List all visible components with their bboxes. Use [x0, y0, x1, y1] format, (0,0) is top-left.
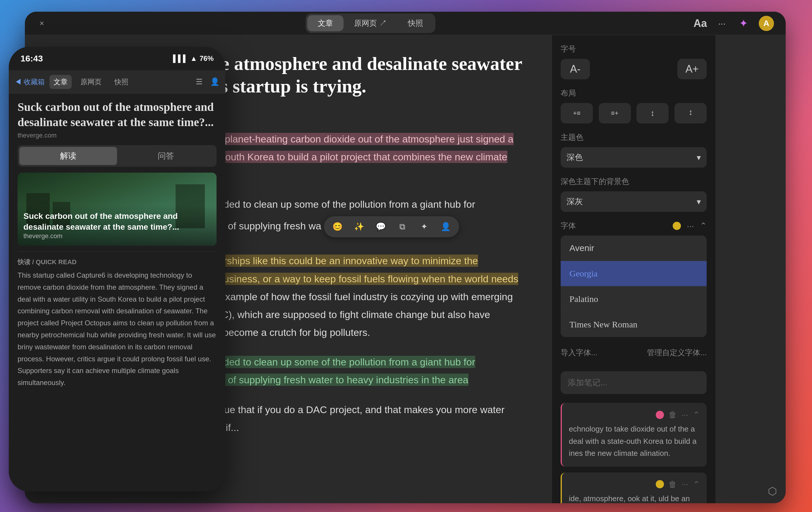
tab-snapshot[interactable]: 快照: [397, 15, 434, 31]
theme-chevron-icon: ▾: [697, 153, 701, 162]
phone-tab-wenda[interactable]: 问答: [117, 147, 215, 165]
phone-nav-snapshot[interactable]: 快照: [110, 75, 133, 89]
phone-content: Suck carbon out of the atmosphere and de…: [9, 94, 225, 491]
person-icon[interactable]: 👤: [439, 220, 452, 233]
dark-bg-value: 深灰: [567, 196, 583, 207]
font-import-button[interactable]: 导入字体...: [561, 348, 598, 358]
note-delete-icon-1[interactable]: 🗑: [669, 410, 677, 420]
phone-tab-jiedu[interactable]: 解读: [19, 147, 117, 165]
avatar[interactable]: A: [759, 16, 774, 31]
font-share-icon[interactable]: ⌃: [700, 221, 707, 231]
phone-frame: 16:43 ▌▌▌ ▲ 76% ◀ 收藏箱 文章 原网页 快照 ☰ 👤 Suck…: [9, 47, 225, 491]
topbar-tabs: 文章 原网页 ↗ 快照: [306, 13, 435, 33]
comment-icon[interactable]: 💬: [374, 220, 387, 233]
phone-article-title: Suck carbon out of the atmosphere and de…: [18, 99, 216, 130]
phone-screen: 16:43 ▌▌▌ ▲ 76% ◀ 收藏箱 文章 原网页 快照 ☰ 👤 Suck…: [9, 47, 225, 491]
font-manage-button[interactable]: 管理自定义字体...: [647, 348, 707, 358]
right-sidebar: 字号 A- A+ 布局 +≡ ≡+ ↕ ↕: [552, 35, 716, 503]
selection-toolbar: 😊 ✨ 💬 ⧉ ✦ 👤: [324, 216, 459, 237]
phone-image-overlay: Suck carbon out of the atmosphere and de…: [18, 205, 216, 246]
wifi-icon: ▲: [190, 54, 197, 63]
layout-top-button[interactable]: ↕: [636, 103, 669, 123]
phone-tabs: 解读 问答: [18, 145, 216, 167]
layout-label: 布局: [561, 88, 707, 98]
phone-statusbar: 16:43 ▌▌▌ ▲ 76%: [9, 47, 225, 70]
font-item-times-new-roman[interactable]: Times New Roman: [561, 312, 707, 337]
font-more-icon[interactable]: ···: [687, 221, 694, 231]
note-more-icon-1[interactable]: ···: [682, 410, 688, 420]
note-text-2: ide, atmosphere, ook at it, uld be an in…: [569, 493, 700, 503]
note-dot-pink: [656, 411, 664, 419]
phone-back-button[interactable]: ◀ 收藏箱: [14, 77, 45, 87]
font-section: 字体 ··· ⌃ Avenir Georgia Palatino Times N…: [561, 220, 707, 362]
phone-image-title: Suck carbon out of the atmosphere and de…: [23, 211, 211, 232]
phone-article-image: Suck carbon out of the atmosphere and de…: [18, 173, 216, 246]
font-size-controls: A- A+: [561, 59, 707, 79]
magic-button[interactable]: ✦: [737, 17, 750, 30]
font-label: 字体: [561, 220, 576, 231]
font-list: Avenir Georgia Palatino Times New Roman: [561, 236, 707, 337]
phone-nav-original[interactable]: 原网页: [76, 75, 106, 89]
phone-time: 16:43: [21, 54, 43, 63]
note-more-icon-2[interactable]: ···: [682, 480, 688, 489]
tab-article[interactable]: 文章: [307, 15, 344, 31]
theme-value: 深色: [567, 152, 583, 163]
note-dot-yellow: [656, 480, 664, 488]
font-increase-button[interactable]: A+: [677, 59, 707, 79]
emoji-icon[interactable]: 😊: [331, 220, 344, 233]
tab-original[interactable]: 原网页 ↗: [344, 15, 397, 31]
divider-1: [18, 251, 216, 252]
dark-bg-chevron-icon: ▾: [697, 197, 701, 207]
font-decrease-button[interactable]: A-: [561, 59, 590, 79]
tablet-topbar: × 文章 原网页 ↗ 快照 Aa ··· ✦ A: [25, 12, 786, 35]
dark-bg-select[interactable]: 深灰 ▾: [561, 191, 707, 212]
font-item-avenir[interactable]: Avenir: [561, 236, 707, 261]
layout-section: 布局 +≡ ≡+ ↕ ↕: [561, 88, 707, 123]
theme-section: 主题色 深色 ▾: [561, 132, 707, 168]
phone-image-source: theverge.com: [23, 232, 211, 240]
copy-icon[interactable]: ⧉: [396, 220, 409, 233]
battery-icon: 76%: [200, 54, 213, 63]
topbar-right: Aa ··· ✦ A: [694, 16, 774, 31]
font-color-dot-yellow: [673, 222, 681, 230]
signal-icon: ▌▌▌: [173, 54, 188, 63]
note-card-1-header: 🗑 ··· ⌃: [569, 410, 700, 420]
font-settings-button[interactable]: Aa: [694, 17, 707, 30]
layout-right-button[interactable]: ≡+: [599, 103, 631, 123]
magic-icon[interactable]: ✦: [417, 220, 430, 233]
note-text-1: echnology to take dioxide out of the a d…: [569, 423, 700, 460]
font-item-palatino[interactable]: Palatino: [561, 287, 707, 312]
phone-article-source: theverge.com: [18, 132, 216, 139]
font-size-label: 字号: [561, 44, 707, 54]
theme-label: 主题色: [561, 132, 707, 143]
close-button[interactable]: ×: [36, 18, 47, 29]
phone-nav-menu-icon[interactable]: ☰: [196, 77, 202, 86]
sparkle-icon[interactable]: ✨: [353, 220, 366, 233]
phone-nav-person-icon[interactable]: 👤: [210, 77, 220, 86]
dark-bg-section: 深色主题下的背景色 深灰 ▾: [561, 176, 707, 212]
note-card-2: 🗑 ··· ⌃ ide, atmosphere, ook at it, uld …: [561, 473, 707, 503]
phone-quick-read-text: This startup called Capture6 is developi…: [18, 269, 216, 389]
more-button[interactable]: ···: [716, 17, 728, 30]
font-import-section: 导入字体... 管理自定义字体...: [561, 343, 707, 362]
add-note-button[interactable]: 添加笔记...: [561, 371, 707, 394]
note-share-icon-1[interactable]: ⌃: [693, 410, 700, 420]
dark-bg-label: 深色主题下的背景色: [561, 176, 707, 187]
layout-bottom-button[interactable]: ↕: [674, 103, 707, 123]
note-share-icon-2[interactable]: ⌃: [693, 480, 700, 489]
topbar-left: ×: [36, 18, 47, 29]
theme-select[interactable]: 深色 ▾: [561, 147, 707, 168]
phone-nav-article[interactable]: 文章: [50, 75, 72, 89]
phone-status-icons: ▌▌▌ ▲ 76%: [173, 54, 213, 63]
layout-left-button[interactable]: +≡: [561, 103, 593, 123]
note-card-2-header: 🗑 ··· ⌃: [569, 480, 700, 489]
layout-controls: +≡ ≡+ ↕ ↕: [561, 103, 707, 123]
note-card-1: 🗑 ··· ⌃ echnology to take dioxide out of…: [561, 403, 707, 466]
note-delete-icon-2[interactable]: 🗑: [669, 480, 677, 489]
font-header-icons: 字体 ··· ⌃: [561, 220, 707, 231]
font-size-section: 字号 A- A+: [561, 44, 707, 79]
phone-quick-read-label: 快读 / QUICK READ: [18, 258, 216, 267]
phone-navbar: ◀ 收藏箱 文章 原网页 快照 ☰ 👤: [9, 70, 225, 94]
font-item-georgia[interactable]: Georgia: [561, 261, 707, 287]
